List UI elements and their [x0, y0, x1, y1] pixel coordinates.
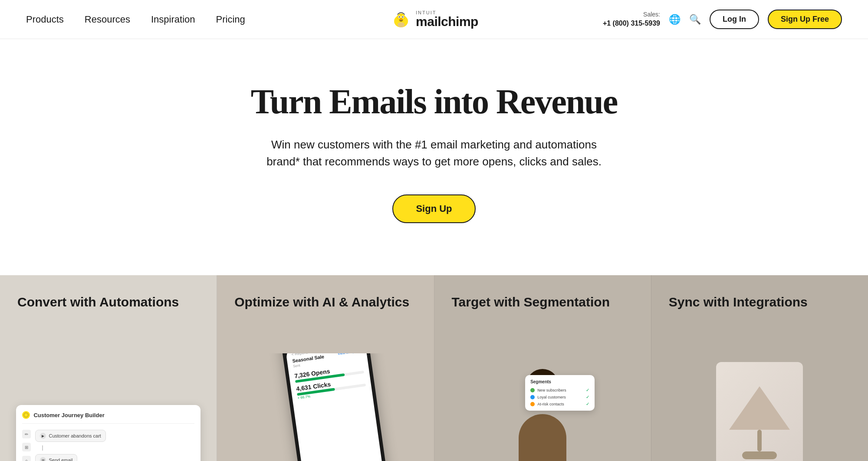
- svg-point-10: [24, 413, 28, 417]
- svg-point-7: [395, 19, 399, 22]
- seg-row-2: Loyal customers ✓: [530, 395, 589, 399]
- cjb-node-trigger-icon: ▶: [40, 433, 46, 439]
- cjb-icon-1: ✏: [22, 430, 31, 438]
- cjb-node-action-icon: ✉: [40, 457, 46, 461]
- signup-free-button[interactable]: Sign Up Free: [768, 10, 842, 29]
- logo-mailchimp: mailchimp: [416, 15, 478, 28]
- hero-section: Turn Emails into Revenue Win new custome…: [0, 39, 868, 275]
- feature-strip: Convert with Automations Customer Journe…: [0, 275, 868, 461]
- cjb-header: Customer Journey Builder: [22, 411, 194, 424]
- seg-dot-1: [530, 388, 535, 392]
- seg-check-1: ✓: [586, 388, 589, 392]
- hero-title: Turn Emails into Revenue: [251, 82, 618, 121]
- automations-mockup-area: Customer Journey Builder ✏ ⊞ ⟐ ⬡ ▶ Custo…: [0, 353, 217, 461]
- cjb-node-action: ✉ Send email: [35, 454, 77, 461]
- lamp-neck: [757, 430, 762, 451]
- seg-overlay-title: Segments: [530, 379, 589, 384]
- navigation: Products Resources Inspiration Pricing: [0, 0, 868, 39]
- seg-label-1: New subscribers: [537, 388, 583, 392]
- svg-point-8: [403, 19, 408, 22]
- globe-icon[interactable]: 🌐: [669, 14, 681, 25]
- phone-screen: < Reports Seasonal Sale Sent View campai…: [285, 353, 384, 461]
- seg-dot-2: [530, 395, 535, 399]
- seg-row-3: At-risk contacts ✓: [530, 402, 589, 406]
- seg-dot-3: [530, 402, 535, 406]
- feature-card-integrations: Sync with Integrations: [651, 275, 868, 461]
- cjb-node-trigger-label: Customer abandons cart: [49, 433, 101, 438]
- segmentation-mockup-area: Segments New subscribers ✓ Loyal custome…: [434, 353, 651, 461]
- nav-item-resources[interactable]: Resources: [85, 14, 130, 25]
- sales-phone: +1 (800) 315-5939: [603, 20, 660, 27]
- cjb-mockup: Customer Journey Builder ✏ ⊞ ⟐ ⬡ ▶ Custo…: [16, 405, 200, 461]
- cjb-flow-content: ▶ Customer abandons cart ✉ Send email: [35, 430, 194, 461]
- cjb-flow: ▶ Customer abandons cart ✉ Send email: [35, 430, 194, 461]
- cjb-icon-3: ⟐: [22, 456, 31, 461]
- logo-text: INTUIT mailchimp: [416, 10, 478, 28]
- sales-label: Sales:: [603, 10, 660, 19]
- nav-right: Sales: +1 (800) 315-5939 🌐 🔍 Log In Sign…: [603, 10, 842, 29]
- hero-signup-button[interactable]: Sign Up: [392, 194, 475, 223]
- integrations-mockup-area: [651, 353, 868, 461]
- seg-check-2: ✓: [586, 395, 589, 399]
- search-icon[interactable]: 🔍: [689, 14, 701, 25]
- feature-title-automations: Convert with Automations: [17, 294, 199, 310]
- seg-label-3: At-risk contacts: [537, 402, 583, 406]
- feature-card-automations: Convert with Automations Customer Journe…: [0, 275, 217, 461]
- cjb-icon-2: ⊞: [22, 443, 31, 451]
- cjb-sidebar: ✏ ⊞ ⟐ ⬡ ▶ Customer abandons cart: [22, 430, 194, 461]
- login-button[interactable]: Log In: [710, 10, 759, 29]
- logo[interactable]: INTUIT mailchimp: [390, 8, 478, 31]
- cjb-connector: [42, 445, 43, 451]
- seg-row-1: New subscribers ✓: [530, 388, 589, 392]
- feature-title-segmentation: Target with Segmentation: [452, 294, 634, 310]
- seg-label-2: Loyal customers: [537, 395, 583, 399]
- svg-point-4: [399, 16, 400, 17]
- lamp-base: [742, 451, 777, 459]
- lamp-container: [716, 362, 803, 461]
- lamp-shade: [729, 386, 790, 430]
- person-body: [519, 414, 566, 461]
- feature-card-segmentation: Target with Segmentation Segments New su…: [434, 275, 651, 461]
- cjb-node-action-label: Send email: [49, 458, 72, 461]
- svg-point-9: [398, 22, 404, 27]
- sales-info: Sales: +1 (800) 315-5939: [603, 10, 660, 29]
- nav-item-pricing[interactable]: Pricing: [216, 14, 245, 25]
- feature-card-analytics: Optimize with AI & Analytics < Reports S…: [217, 275, 434, 461]
- cjb-node-trigger: ▶ Customer abandons cart: [35, 430, 105, 442]
- cjb-title: Customer Journey Builder: [33, 412, 104, 418]
- nav-item-inspiration[interactable]: Inspiration: [151, 14, 195, 25]
- nav-left: Products Resources Inspiration Pricing: [26, 14, 245, 25]
- mailchimp-logo-icon: [390, 8, 412, 31]
- seg-check-3: ✓: [586, 402, 589, 406]
- svg-point-5: [402, 16, 404, 17]
- cjb-icon-list: ✏ ⊞ ⟐ ⬡: [22, 430, 31, 461]
- phone-mockup: < Reports Seasonal Sale Sent View campai…: [279, 353, 388, 461]
- hero-subtitle: Win new customers with the #1 email mark…: [256, 136, 612, 170]
- cjb-logo-icon: [22, 411, 30, 419]
- feature-title-integrations: Sync with Integrations: [669, 294, 851, 310]
- nav-item-products[interactable]: Products: [26, 14, 64, 25]
- analytics-mockup-area: < Reports Seasonal Sale Sent View campai…: [217, 353, 434, 461]
- person-figure: Segments New subscribers ✓ Loyal custome…: [503, 362, 582, 461]
- phone-view-campaign: View campaign: [338, 353, 362, 356]
- feature-title-analytics: Optimize with AI & Analytics: [234, 294, 416, 310]
- segmentation-overlay: Segments New subscribers ✓ Loyal custome…: [525, 375, 595, 411]
